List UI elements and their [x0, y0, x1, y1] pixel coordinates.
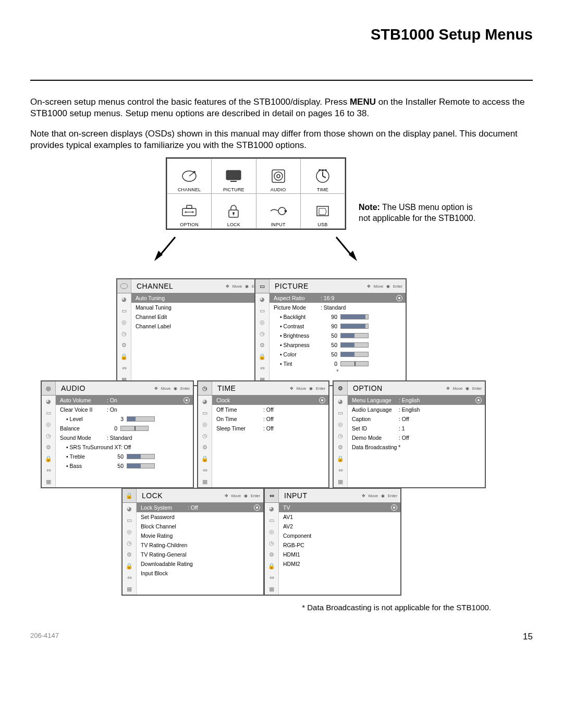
menu-item[interactable]: TV Rating-General	[137, 550, 263, 559]
speaker-icon[interactable]: ◎	[117, 316, 131, 328]
lock-icon[interactable]: 🔒	[123, 560, 136, 572]
satellite-icon[interactable]: ◕	[123, 503, 136, 514]
tv-icon[interactable]: ▭	[42, 407, 55, 418]
menu-item[interactable]: AV2	[279, 522, 400, 531]
slider-row[interactable]: • Brightness50	[270, 331, 406, 340]
clock-icon[interactable]: ◷	[265, 537, 278, 549]
plug-icon[interactable]: ⇔	[123, 572, 136, 583]
menu-item[interactable]: Input Block	[137, 569, 263, 578]
menu-item-selected[interactable]: Menu Language: English	[348, 396, 485, 405]
menu-item-selected[interactable]: Auto Tuning	[131, 293, 264, 303]
slider-row[interactable]: • Sharpness50	[270, 340, 406, 350]
menu-item[interactable]: Component	[279, 531, 400, 540]
menu-item[interactable]: Channel Edit	[131, 312, 264, 322]
usb-icon[interactable]: ▦	[42, 476, 55, 487]
menu-cell-channel[interactable]: CHANNEL	[167, 159, 211, 193]
plug-icon[interactable]: ⇔	[265, 572, 278, 583]
speaker-icon[interactable]: ◎	[123, 526, 136, 537]
menu-item[interactable]: • SRS TruSurround XT: Off	[56, 442, 193, 452]
slider-row[interactable]: • Level3	[56, 414, 193, 424]
menu-item[interactable]: Off Time: Off	[212, 405, 328, 414]
clock-icon[interactable]: ◷	[123, 537, 136, 549]
menu-item[interactable]: AV1	[279, 512, 400, 522]
satellite-icon[interactable]: ◕	[255, 293, 269, 305]
menu-cell-time[interactable]: TIME	[301, 159, 345, 193]
clock-icon[interactable]: ◷	[334, 430, 347, 441]
menu-item-selected[interactable]: Lock System: Off	[137, 503, 263, 512]
menu-item[interactable]: Movie Rating	[137, 531, 263, 540]
slider-row[interactable]: • Bass50	[56, 461, 193, 471]
toolbox-icon[interactable]: ⚙	[265, 549, 278, 560]
menu-item[interactable]: RGB-PC	[279, 540, 400, 550]
speaker-icon[interactable]: ◎	[198, 418, 212, 430]
speaker-icon[interactable]: ◎	[334, 418, 347, 430]
speaker-icon[interactable]: ◎	[42, 418, 55, 430]
menu-item[interactable]: Set Password	[137, 512, 263, 522]
menu-item[interactable]: Demo Mode: Off	[348, 433, 485, 442]
menu-item-selected[interactable]: Aspect Ratio: 16:9	[270, 293, 406, 303]
menu-item-selected[interactable]: Auto Volume: On	[56, 396, 193, 405]
menu-item[interactable]: On Time: Off	[212, 414, 328, 424]
tv-icon[interactable]: ▭	[265, 514, 278, 526]
satellite-icon[interactable]: ◕	[265, 503, 278, 514]
menu-cell-picture[interactable]: PICTURE	[212, 159, 255, 193]
menu-item-selected[interactable]: TV	[279, 503, 400, 512]
usb-icon[interactable]: ▦	[265, 583, 278, 595]
slider-row[interactable]: • Backlight90	[270, 312, 406, 322]
toolbox-icon[interactable]: ⚙	[117, 339, 131, 351]
tv-icon[interactable]: ▭	[255, 305, 269, 316]
slider-row[interactable]: • Tint0	[270, 359, 406, 368]
menu-item[interactable]: Sound Mode: Standard	[56, 433, 193, 442]
menu-cell-audio[interactable]: AUDIO	[256, 159, 300, 193]
tv-icon[interactable]: ▭	[198, 407, 212, 418]
menu-item[interactable]: HDMI1	[279, 550, 400, 559]
toolbox-icon[interactable]: ⚙	[334, 441, 347, 453]
satellite-icon[interactable]: ◕	[198, 396, 212, 407]
satellite-icon[interactable]: ◕	[334, 396, 347, 407]
speaker-icon[interactable]: ◎	[265, 526, 278, 537]
plug-icon[interactable]: ⇔	[334, 464, 347, 476]
slider-row[interactable]: Balance0	[56, 424, 193, 433]
clock-icon[interactable]: ◷	[117, 328, 131, 339]
lock-icon[interactable]: 🔒	[255, 351, 269, 362]
slider-row[interactable]: • Treble50	[56, 452, 193, 461]
usb-icon[interactable]: ▦	[334, 476, 347, 487]
speaker-icon[interactable]: ◎	[255, 316, 269, 328]
menu-item[interactable]: Manual Tuning	[131, 303, 264, 312]
toolbox-icon[interactable]: ⚙	[255, 339, 269, 351]
plug-icon[interactable]: ⇔	[42, 464, 55, 476]
menu-item[interactable]: Channel Label	[131, 322, 264, 331]
plug-icon[interactable]: ⇔	[198, 464, 212, 476]
lock-icon[interactable]: 🔒	[334, 453, 347, 464]
tv-icon[interactable]: ▭	[334, 407, 347, 418]
lock-icon[interactable]: 🔒	[117, 351, 131, 362]
menu-item[interactable]: Data Broadcasting *	[348, 442, 485, 452]
plug-icon[interactable]: ⇔	[117, 362, 131, 374]
toolbox-icon[interactable]: ⚙	[123, 549, 136, 560]
lock-icon[interactable]: 🔒	[198, 453, 212, 464]
menu-item[interactable]: Set ID: 1	[348, 424, 485, 433]
menu-cell-option[interactable]: OPTION	[167, 194, 211, 228]
toolbox-icon[interactable]: ⚙	[198, 441, 212, 453]
lock-icon[interactable]: 🔒	[42, 453, 55, 464]
menu-cell-usb[interactable]: USB	[301, 194, 345, 228]
clock-icon[interactable]: ◷	[255, 328, 269, 339]
menu-item[interactable]: TV Rating-Children	[137, 540, 263, 550]
menu-item[interactable]: Audio Language: English	[348, 405, 485, 414]
menu-cell-input[interactable]: INPUT	[256, 194, 300, 228]
menu-item[interactable]: Picture Mode: Standard	[270, 303, 406, 312]
toolbox-icon[interactable]: ⚙	[42, 441, 55, 453]
satellite-icon[interactable]: ◕	[42, 396, 55, 407]
plug-icon[interactable]: ⇔	[255, 362, 269, 374]
menu-item[interactable]: Block Channel	[137, 522, 263, 531]
menu-item[interactable]: Downloadable Rating	[137, 559, 263, 569]
menu-item[interactable]: Clear Voice II: On	[56, 405, 193, 414]
menu-item-selected[interactable]: Clock	[212, 396, 328, 405]
clock-icon[interactable]: ◷	[198, 430, 212, 441]
tv-icon[interactable]: ▭	[117, 305, 131, 316]
usb-icon[interactable]: ▦	[198, 476, 212, 487]
menu-item[interactable]: Caption: Off	[348, 414, 485, 424]
menu-item[interactable]: Sleep Timer: Off	[212, 424, 328, 433]
usb-icon[interactable]: ▦	[123, 583, 136, 595]
slider-row[interactable]: • Contrast90	[270, 322, 406, 331]
